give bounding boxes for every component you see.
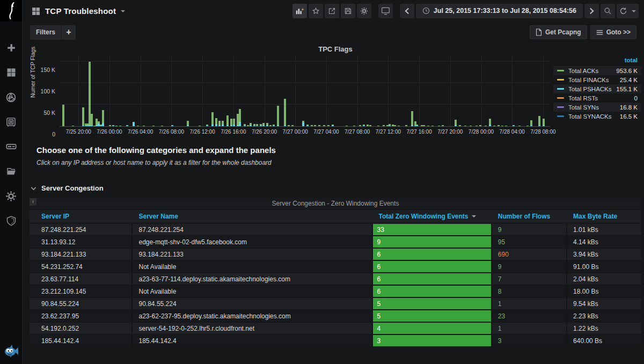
ack-segment (161, 126, 163, 126)
server-ip-cell[interactable]: 23.212.109.145 (30, 286, 133, 297)
legend-series-label[interactable]: Total SYNs (568, 104, 620, 111)
flows-cell: 95 (492, 236, 567, 247)
x-tick-label: 7/26 08:00 (159, 129, 184, 135)
dashboard-title-dropdown[interactable]: TCP Troubleshoot (31, 6, 125, 16)
chevron-right-icon (589, 8, 594, 14)
server-ip-cell[interactable]: 23.62.237.95 (30, 310, 133, 322)
chart-bar (100, 125, 102, 126)
x-tick-label: 7/25 20:00 (66, 129, 91, 135)
row-server-congestion[interactable]: Server Congestion (31, 184, 104, 192)
gear-icon[interactable] (5, 190, 17, 202)
column-header-c5[interactable]: Max Byte Rate (567, 213, 641, 220)
share-button[interactable] (325, 4, 339, 18)
ack-segment (215, 118, 217, 124)
server-ip-cell[interactable]: 23.63.77.114 (30, 273, 133, 285)
dashboards-grid-icon[interactable] (5, 67, 17, 78)
chart-bar (431, 126, 434, 126)
ack-segment (398, 126, 400, 126)
legend-swatch-icon (557, 97, 564, 99)
shield-icon[interactable] (5, 215, 17, 227)
legend-total-header[interactable]: total (553, 57, 641, 66)
sort-desc-icon (472, 215, 476, 217)
column-header-c1[interactable]: Server IP (30, 213, 133, 220)
server-ip-cell[interactable]: 90.84.55.224 (30, 298, 133, 309)
folder-open-icon[interactable] (5, 165, 17, 177)
server-name-cell[interactable]: a23-63-77-114.deploy.static.akamaitechno… (133, 273, 373, 285)
chevron-down-icon (31, 186, 36, 191)
server-disk-icon[interactable] (5, 141, 17, 152)
server-name-cell[interactable]: 87.248.221.254 (133, 224, 373, 235)
app-logo[interactable] (0, 0, 22, 21)
server-ip-cell[interactable]: 54.231.252.74 (30, 261, 133, 272)
instructions-heading: Choose one of the following categories a… (36, 145, 276, 155)
instructions-subheading: Click on any IP address or host name to … (36, 159, 276, 166)
flows-cell: 1 (492, 323, 567, 334)
grid-line (295, 56, 296, 126)
column-header-c3[interactable]: Total Zero Windowing Events (373, 213, 492, 220)
server-name-cell[interactable]: a23-62-237-95.deploy.static.akamaitechno… (133, 310, 373, 322)
ack-segment (72, 126, 74, 126)
server-ip-cell[interactable]: 87.248.221.254 (30, 224, 133, 235)
server-name-cell[interactable]: 185.44.142.4 (133, 335, 373, 346)
add-panel-button[interactable] (292, 4, 307, 18)
server-ip-cell[interactable]: 93.184.221.133 (30, 249, 133, 260)
legend-series-total: 953.6 K (616, 68, 638, 74)
server-name-cell[interactable]: server-54-192-0-252.lhr5.r.cloudfront.ne… (133, 323, 373, 334)
pshack-segment (222, 125, 224, 126)
ack-segment (421, 125, 423, 126)
safe-vault-icon[interactable] (5, 116, 17, 128)
legend-row: Total PSHACKs155.1 K (553, 84, 641, 93)
server-name-cell[interactable]: edge-mqtt-shv-02-dfw5.facebook.com (133, 236, 373, 247)
aperture-icon[interactable] (5, 91, 17, 103)
tv-mode-button[interactable] (378, 4, 393, 18)
legend-series-label[interactable]: Total PSHACKs (568, 86, 616, 92)
time-back-button[interactable] (400, 4, 414, 18)
server-name-cell[interactable]: 93.184.221.133 (133, 249, 373, 260)
ack-segment (89, 62, 91, 125)
legend-rows: Total ACKs953.6 KTotal FINACKs25.4 KTota… (553, 66, 641, 121)
pshack-segment (538, 126, 540, 126)
ack-segment (311, 125, 313, 126)
legend-series-label[interactable]: Total ACKs (568, 68, 616, 74)
ack-segment (423, 125, 425, 126)
table-panel-title[interactable]: Server Congestion - Zero Windowing Event… (30, 198, 641, 209)
chart-bar (137, 126, 139, 126)
settings-button[interactable] (357, 4, 371, 18)
monitor-icon (381, 7, 390, 15)
panel-title[interactable]: TPC Flags (30, 45, 641, 55)
server-ip-cell[interactable]: 54.192.0.252 (30, 323, 133, 334)
time-range-picker[interactable]: Jul 25, 2015 17:33:13 to Jul 28, 2015 08… (416, 4, 583, 18)
flows-cell: 8 (492, 286, 567, 297)
chart-bar (327, 125, 330, 126)
legend-row: Total SYNACKs16.5 K (553, 112, 641, 121)
refresh-button[interactable] (617, 4, 639, 18)
plot-area[interactable] (60, 56, 550, 127)
star-button[interactable] (309, 4, 323, 18)
column-header-c2[interactable]: Server Name (133, 213, 373, 220)
chart-bar (485, 126, 487, 126)
goto-button[interactable]: Goto >> (590, 25, 636, 39)
zoom-out-button[interactable] (601, 4, 615, 18)
legend-series-total: 0 (634, 95, 638, 101)
legend-series-label[interactable]: Total SYNACKs (568, 113, 620, 120)
panel-info-icon[interactable]: i (30, 198, 36, 206)
legend-series-label[interactable]: Total FINACKs (568, 77, 620, 83)
add-filter-button[interactable]: + (61, 25, 76, 40)
server-name-cell[interactable]: Not Available (133, 261, 373, 272)
chart-bar (199, 126, 201, 126)
add-plus-icon[interactable] (5, 42, 17, 54)
pshack-segment (102, 123, 104, 126)
filters-chip[interactable]: Filters (30, 25, 61, 40)
server-name-cell[interactable]: Not Available (133, 286, 373, 297)
server-ip-cell[interactable]: 185.44.142.4 (30, 335, 133, 346)
get-pcapng-button[interactable]: Get Pcapng (530, 25, 587, 39)
chart-bar (215, 118, 217, 126)
time-forward-button[interactable] (584, 4, 599, 18)
legend-series-label[interactable]: Total RSTs (568, 95, 634, 101)
column-header-c4[interactable]: Number of Flows (492, 213, 567, 220)
fish-mascot-icon[interactable] (4, 345, 19, 358)
pshack-segment (91, 126, 93, 126)
server-name-cell[interactable]: 90.84.55.224 (133, 298, 373, 309)
server-ip-cell[interactable]: 31.13.93.12 (30, 236, 133, 247)
save-button[interactable] (341, 4, 355, 18)
